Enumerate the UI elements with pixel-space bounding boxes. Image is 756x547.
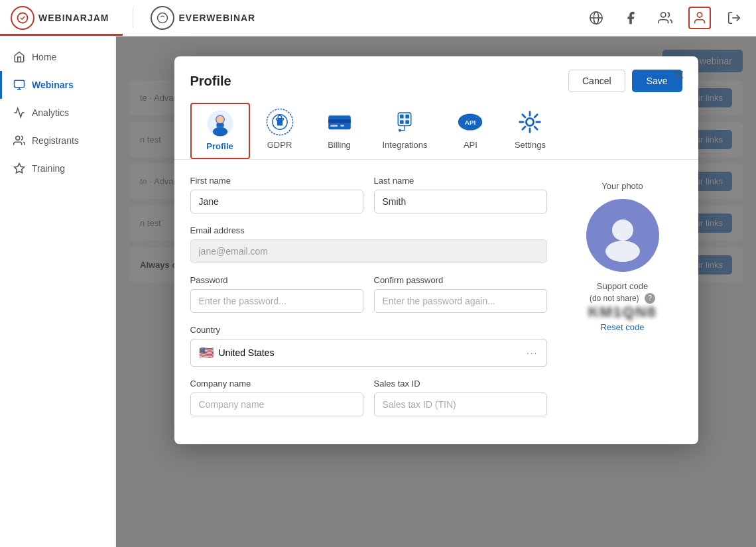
last-name-input[interactable] [374,190,547,213]
first-name-group: First name [190,176,363,213]
modal-body: First name Last name Email address [174,160,698,444]
cancel-button[interactable]: Cancel [568,70,625,92]
modal-header-actions: Cancel Save [568,70,682,92]
tab-api[interactable]: API API [440,103,500,159]
svg-rect-8 [15,80,25,88]
support-code-value: KM1QN8 [588,304,657,321]
wj-logo-icon [11,6,34,30]
settings-tab-icon [516,108,544,136]
integrations-tab-icon [391,108,418,136]
svg-rect-25 [330,125,338,127]
tab-integrations[interactable]: Integrations [369,103,441,159]
country-row: Country 🇺🇸 United States ··· [190,325,547,367]
svg-point-5 [661,13,666,17]
sidebar-webinars-label: Webinars [32,80,74,90]
tab-gdpr[interactable]: GDPR [250,103,310,159]
billing-tab-icon [326,108,353,136]
svg-rect-26 [340,125,344,127]
first-name-input[interactable] [190,190,363,213]
tab-integrations-label: Integrations [383,140,428,150]
tab-billing[interactable]: Billing [310,103,369,159]
svg-point-1 [158,13,168,23]
email-label: Email address [190,225,547,235]
profile-modal: ✕ Profile Cancel Save [174,56,698,444]
sidebar-item-webinars[interactable]: Webinars [0,71,115,99]
password-input[interactable] [190,289,363,313]
tab-profile-label: Profile [206,141,233,151]
svg-rect-27 [399,113,412,126]
user-profile-icon[interactable] [688,7,711,29]
first-name-label: First name [190,176,363,186]
ew-logo-text: EVERWEBINAR [178,13,255,23]
svg-rect-24 [328,119,351,123]
modal-close-button[interactable]: ✕ [670,66,689,84]
profile-tab-icon [206,109,234,137]
sidebar-item-registrants[interactable]: Registrants [0,127,115,154]
profile-form: First name Last name Email address [190,176,547,428]
api-tab-icon: API [456,108,484,136]
support-section: Support code (do not share) ? KM1QN8 Res… [588,280,657,333]
sidebar-item-home[interactable]: Home [0,43,115,71]
svg-point-45 [612,219,633,241]
tab-billing-label: Billing [328,140,351,150]
email-input[interactable] [190,239,547,263]
sales-tax-label: Sales tax ID [374,379,547,389]
country-select[interactable]: 🇺🇸 United States ··· [190,339,547,367]
country-dots: ··· [527,347,538,358]
svg-rect-28 [400,115,404,119]
ew-logo-icon [151,6,174,30]
photo-label: Your photo [601,181,643,191]
users-icon[interactable] [654,7,676,29]
sales-tax-group: Sales tax ID [374,379,547,416]
country-group: Country 🇺🇸 United States ··· [190,325,547,367]
svg-point-0 [18,13,28,23]
svg-rect-31 [406,120,410,124]
tab-settings-label: Settings [515,140,546,150]
company-input[interactable] [190,393,363,416]
gdpr-tab-icon [266,108,294,136]
webinarjam-logo[interactable]: WEBINARJAM [11,6,109,30]
name-row: First name Last name [190,176,547,213]
support-code-label: Support code (do not share) ? [588,280,657,304]
facebook-icon[interactable] [619,7,642,29]
sidebar-item-analytics[interactable]: Analytics [0,99,115,127]
svg-text:API: API [465,119,476,126]
globe-icon[interactable] [585,7,607,29]
sidebar-registrants-label: Registrants [32,135,79,146]
topbar: WEBINARJAM EVERWEBINAR [0,0,756,36]
confirm-password-group: Confirm password [374,275,547,313]
reset-code-link[interactable]: Reset code [601,322,645,332]
country-name: United States [219,347,521,358]
modal-right-panel: Your photo Support code (do not s [563,176,682,428]
sidebar-analytics-label: Analytics [32,107,69,118]
sidebar: Home Webinars Analytics Registrants Trai… [0,36,116,547]
user-photo-circle[interactable] [586,199,659,272]
modal-overlay: ✕ Profile Cancel Save [116,36,756,547]
tab-settings[interactable]: Settings [500,103,560,159]
country-flag: 🇺🇸 [199,345,214,360]
password-group: Password [190,275,363,313]
company-group: Company name [190,379,363,416]
svg-point-6 [697,13,702,17]
svg-line-41 [523,115,525,117]
sidebar-home-label: Home [32,52,56,62]
svg-rect-17 [216,123,223,127]
company-label: Company name [190,379,363,389]
sidebar-training-label: Training [32,163,65,174]
svg-line-44 [523,127,525,129]
svg-point-15 [212,127,227,137]
svg-point-36 [527,119,533,125]
confirm-password-input[interactable] [374,289,547,313]
logout-icon[interactable] [723,7,745,29]
country-label: Country [190,325,547,335]
svg-marker-12 [15,164,25,173]
sales-tax-input[interactable] [374,393,547,416]
tab-profile[interactable]: Profile [190,103,250,159]
sidebar-item-training[interactable]: Training [0,154,115,182]
help-icon[interactable]: ? [645,293,655,304]
email-row: Email address [190,225,547,263]
everwebinar-logo[interactable]: EVERWEBINAR [151,6,255,30]
modal-header: Profile Cancel Save [174,56,698,92]
email-group: Email address [190,225,547,263]
confirm-password-label: Confirm password [374,275,547,285]
